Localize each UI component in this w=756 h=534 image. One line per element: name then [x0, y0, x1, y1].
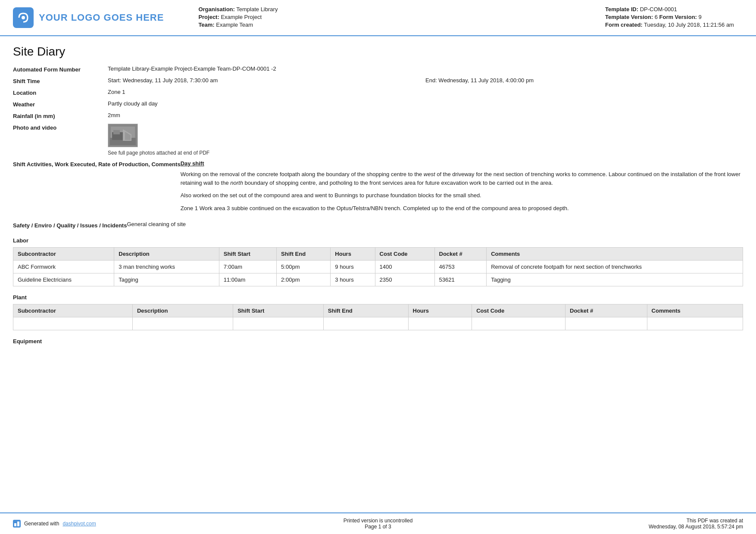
labor-table-row: Guideline ElectriciansTagging11:00am2:00…: [13, 273, 743, 286]
rainfall-label: Rainfall (in mm): [13, 112, 108, 119]
form-version-value: 9: [699, 14, 702, 20]
form-version-label: Form Version:: [659, 14, 697, 20]
plant-cell-shift_end: [323, 317, 408, 330]
template-version-line: Template Version: 6 Form Version: 9: [605, 14, 743, 20]
labor-cell-shift_end: 2:00pm: [277, 273, 331, 286]
labor-col-shift-end: Shift End: [277, 248, 331, 261]
labor-cell-hours: 9 hours: [331, 261, 375, 273]
labor-table-header-row: Subcontractor Description Shift Start Sh…: [13, 248, 743, 261]
labor-cell-shift_start: 11:00am: [219, 273, 276, 286]
day-shift-heading: Day shift: [181, 160, 743, 167]
org-label: Organisation:: [198, 6, 235, 12]
photo-row: Photo and video See full page photos att…: [13, 124, 743, 156]
form-created-line: Form created: Tuesday, 10 July 2018, 11:…: [605, 22, 743, 28]
dashpivot-link[interactable]: dashpivot.com: [62, 521, 96, 527]
labor-cell-shift_start: 7:00am: [219, 261, 276, 273]
plant-table: Subcontractor Description Shift Start Sh…: [13, 304, 743, 330]
rainfall-row: Rainfall (in mm) 2mm: [13, 112, 743, 119]
page-footer: Generated with dashpivot.com Printed ver…: [0, 512, 756, 534]
photo-thumbnail: [108, 124, 138, 147]
activity-para-2: Also worked on the set out of the compou…: [181, 191, 743, 200]
labor-cell-cost_code: 2350: [375, 273, 434, 286]
activities-row: Shift Activities, Work Executed, Rate of…: [13, 160, 743, 217]
plant-col-shift-start: Shift Start: [233, 304, 324, 317]
shift-start-value: Start: Wednesday, 11 July 2018, 7:30:00 …: [108, 77, 425, 84]
plant-col-hours: Hours: [408, 304, 472, 317]
footer-center: Printed version is uncontrolled Page 1 o…: [256, 518, 500, 530]
labor-col-docket: Docket #: [434, 248, 487, 261]
org-value: Template Library: [236, 6, 278, 12]
plant-table-row: [13, 317, 743, 330]
template-id-label: Template ID:: [605, 6, 638, 12]
plant-table-header-row: Subcontractor Description Shift Start Sh…: [13, 304, 743, 317]
automated-form-label: Automated Form Number: [13, 65, 108, 73]
labor-table-row: ABC Formwork3 man trenching works7:00am5…: [13, 261, 743, 273]
location-value: Zone 1: [108, 89, 743, 95]
photo-content: See full page photos attached at end of …: [108, 124, 743, 156]
labor-cell-description: 3 man trenching works: [114, 261, 219, 273]
labor-col-cost-code: Cost Code: [375, 248, 434, 261]
shift-end-value: End: Wednesday, 11 July 2018, 4:00:00 pm: [425, 77, 743, 84]
labor-cell-cost_code: 1400: [375, 261, 434, 273]
footer-center-line2: Page 1 of 3: [256, 524, 500, 530]
labor-table: Subcontractor Description Shift Start Sh…: [13, 247, 743, 286]
shift-time-label: Shift Time: [13, 77, 108, 84]
labor-col-shift-start: Shift Start: [219, 248, 276, 261]
plant-col-shift-end: Shift End: [323, 304, 408, 317]
dashpivot-logo-icon: [13, 520, 21, 528]
project-label: Project:: [198, 14, 219, 20]
shift-time-inner: Start: Wednesday, 11 July 2018, 7:30:00 …: [108, 77, 743, 84]
template-version-value: 6: [655, 14, 658, 20]
automated-form-value: Template Library-Example Project-Example…: [108, 65, 743, 72]
photo-caption: See full page photos attached at end of …: [108, 150, 743, 156]
main-content: Site Diary Automated Form Number Templat…: [0, 36, 756, 357]
labor-cell-description: Tagging: [114, 273, 219, 286]
weather-value: Partly cloudy all day: [108, 100, 743, 107]
form-created-label: Form created:: [605, 22, 643, 28]
labor-cell-comments: Tagging: [487, 273, 743, 286]
plant-col-comments: Comments: [647, 304, 743, 317]
svg-rect-5: [113, 130, 120, 134]
logo-svg: [17, 11, 30, 24]
equipment-section-heading: Equipment: [13, 338, 743, 345]
svg-rect-10: [17, 522, 19, 526]
rainfall-value: 2mm: [108, 112, 743, 118]
labor-col-comments: Comments: [487, 248, 743, 261]
activities-content: Day shift Working on the removal of the …: [181, 160, 743, 217]
labor-cell-comments: Removal of concrete footpath for next se…: [487, 261, 743, 273]
page-header: YOUR LOGO GOES HERE Organisation: Templa…: [0, 0, 756, 36]
plant-cell-subcontractor: [13, 317, 133, 330]
plant-col-cost-code: Cost Code: [472, 304, 565, 317]
plant-col-docket: Docket #: [565, 304, 647, 317]
photo-placeholder-svg: [110, 126, 136, 145]
location-row: Location Zone 1: [13, 89, 743, 96]
activity-para-1: Working on the removal of the concrete f…: [181, 170, 743, 187]
labor-cell-subcontractor: ABC Formwork: [13, 261, 114, 273]
team-line: Team: Example Team: [198, 22, 605, 28]
labor-cell-subcontractor: Guideline Electricians: [13, 273, 114, 286]
labor-section-heading: Labor: [13, 237, 743, 244]
footer-right: This PDF was created at Wednesday, 08 Au…: [500, 518, 743, 530]
plant-cell-docket: [565, 317, 647, 330]
svg-rect-8: [13, 520, 21, 528]
labor-col-description: Description: [114, 248, 219, 261]
shift-time-row: Shift Time Start: Wednesday, 11 July 201…: [13, 77, 743, 84]
activity-para-3: Zone 1 Work area 3 subbie continued on t…: [181, 204, 743, 213]
team-value: Example Team: [216, 22, 253, 28]
plant-section-heading: Plant: [13, 294, 743, 301]
org-line: Organisation: Template Library: [198, 6, 605, 12]
footer-center-line1: Printed version is uncontrolled: [256, 518, 500, 524]
footer-left: Generated with dashpivot.com: [13, 520, 256, 528]
plant-cell-comments: [647, 317, 743, 330]
labor-cell-hours: 3 hours: [331, 273, 375, 286]
weather-row: Weather Partly cloudy all day: [13, 100, 743, 108]
header-right: Template ID: DP-COM-0001 Template Versio…: [605, 6, 743, 29]
labor-col-subcontractor: Subcontractor: [13, 248, 114, 261]
safety-label: Safety / Enviro / Quality / Issues / Inc…: [13, 221, 127, 230]
generated-text: Generated with: [24, 521, 59, 527]
shift-time-values: Start: Wednesday, 11 July 2018, 7:30:00 …: [108, 77, 743, 84]
template-id-value: DP-COM-0001: [640, 6, 677, 12]
logo-area: YOUR LOGO GOES HERE: [13, 7, 164, 28]
plant-col-subcontractor: Subcontractor: [13, 304, 133, 317]
photo-label: Photo and video: [13, 124, 108, 131]
